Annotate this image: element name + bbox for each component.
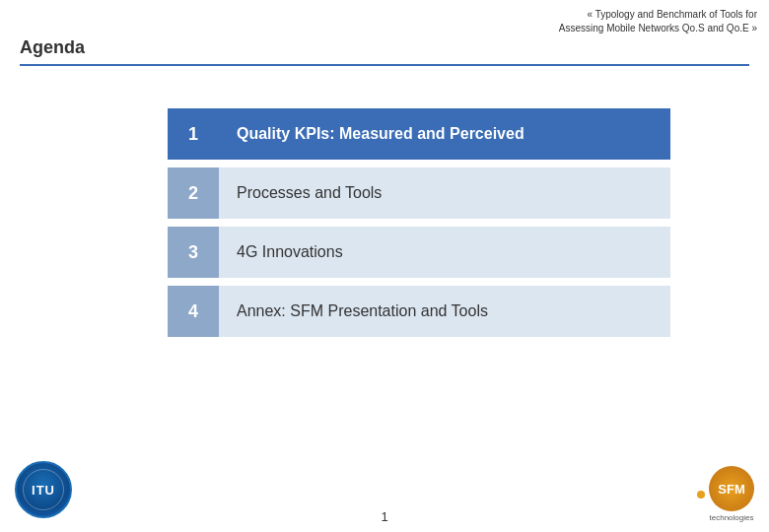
menu-row-4: 4 Annex: SFM Presentation and Tools xyxy=(168,286,670,337)
menu-text-2: Processes and Tools xyxy=(219,167,670,219)
itu-text: ITU xyxy=(32,483,55,498)
agenda-label: Agenda xyxy=(20,37,749,58)
menu-number-2: 2 xyxy=(168,167,219,219)
menu-text-3: 4G Innovations xyxy=(219,227,670,278)
menu-text-4: Annex: SFM Presentation and Tools xyxy=(219,286,670,337)
agenda-divider xyxy=(20,64,749,66)
menu-row-2: 2 Processes and Tools xyxy=(168,167,670,219)
agenda-section: Agenda xyxy=(20,37,749,66)
header-title-line1: « Typology and Benchmark of Tools for xyxy=(559,8,757,22)
sfm-sub: technologies xyxy=(710,513,754,522)
sfm-logo: SFM technologies xyxy=(697,466,754,522)
sfm-badge-text: SFM xyxy=(718,482,744,497)
sfm-badge: SFM xyxy=(709,466,754,511)
menu-number-3: 3 xyxy=(168,227,219,278)
itu-circle: ITU xyxy=(15,461,72,518)
menu-text-1: Quality KPIs: Measured and Perceived xyxy=(219,108,670,160)
sfm-dot xyxy=(697,491,705,499)
menu-row-3: 3 4G Innovations xyxy=(168,227,670,278)
menu-row-1: 1 Quality KPIs: Measured and Perceived xyxy=(168,108,670,160)
page-number: 1 xyxy=(381,509,387,524)
menu-number-4: 4 xyxy=(168,286,219,337)
menu-number-1: 1 xyxy=(168,108,219,160)
footer: 1 xyxy=(0,509,769,524)
itu-logo: ITU xyxy=(15,461,74,520)
header-title: « Typology and Benchmark of Tools for As… xyxy=(559,8,757,35)
header-title-line2: Assessing Mobile Networks Qo.S and Qo.E … xyxy=(559,22,757,35)
menu-container: 1 Quality KPIs: Measured and Perceived 2… xyxy=(168,108,670,337)
sfm-wrapper: SFM technologies xyxy=(709,466,754,522)
